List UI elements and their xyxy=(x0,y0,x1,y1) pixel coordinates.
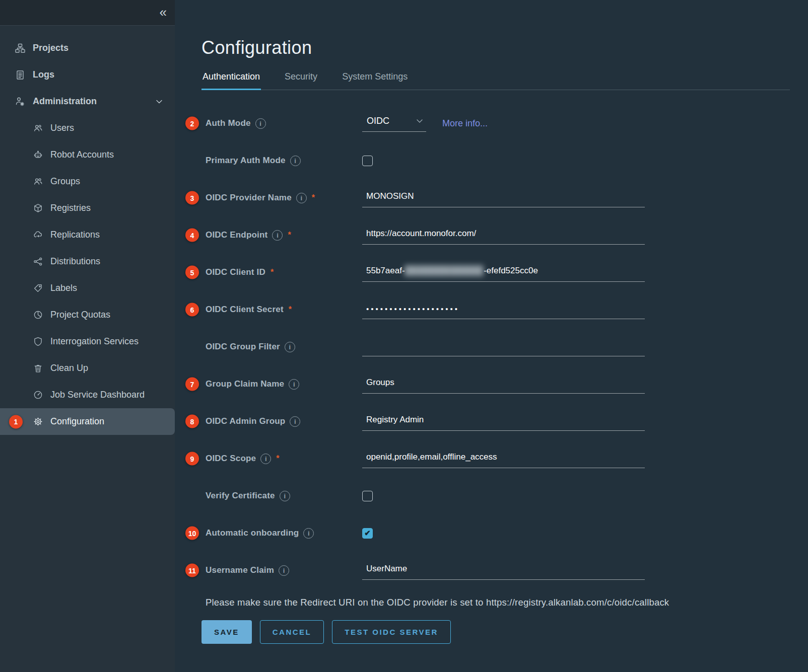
main-content: Configuration Authentication Security Sy… xyxy=(175,0,808,672)
sidebar-item-label: Clean Up xyxy=(50,363,88,374)
verify-certificate-checkbox[interactable] xyxy=(362,491,373,501)
row-oidc-provider-name: 3 OIDC Provider Name i * MONOSIGN xyxy=(201,179,790,216)
oidc-endpoint-value: https://account.monofor.com/ xyxy=(366,229,476,239)
client-id-prefix: 55b7aeaf- xyxy=(366,266,405,276)
sidebar-item-registries[interactable]: Registries xyxy=(0,195,175,221)
tab-system-settings[interactable]: System Settings xyxy=(341,66,409,90)
sidebar-item-label: Project Quotas xyxy=(50,310,110,320)
annotation-badge-8: 8 xyxy=(185,415,199,428)
oidc-client-id-input[interactable]: 55b7aeaf-████████████-efefd525cc0e xyxy=(362,263,645,282)
sidebar-item-distributions[interactable]: Distributions xyxy=(0,248,175,275)
oidc-endpoint-input[interactable]: https://account.monofor.com/ xyxy=(362,226,645,245)
share-icon xyxy=(33,257,43,266)
oidc-group-filter-input[interactable] xyxy=(362,337,645,356)
group-claim-name-value: Groups xyxy=(366,378,394,388)
info-icon[interactable]: i xyxy=(285,342,295,352)
trash-icon xyxy=(33,363,43,373)
auth-mode-select[interactable]: OIDC xyxy=(362,115,426,132)
verify-certificate-label: Verify Certificate xyxy=(206,491,275,501)
primary-auth-mode-checkbox[interactable] xyxy=(362,156,373,166)
row-oidc-endpoint: 4 OIDC Endpoint i * https://account.mono… xyxy=(201,216,790,254)
sidebar-item-users[interactable]: Users xyxy=(0,115,175,141)
oidc-provider-name-value: MONOSIGN xyxy=(366,191,414,201)
sidebar-item-robot-accounts[interactable]: Robot Accounts xyxy=(0,141,175,168)
sidebar-item-replications[interactable]: Replications xyxy=(0,221,175,248)
sidebar-item-label: Users xyxy=(50,123,74,133)
info-icon[interactable]: i xyxy=(303,528,314,539)
automatic-onboarding-label: Automatic onboarding xyxy=(206,528,299,538)
sidebar-item-project-quotas[interactable]: Project Quotas xyxy=(0,302,175,328)
chevron-down-icon[interactable] xyxy=(155,97,164,106)
info-icon[interactable]: i xyxy=(290,156,301,166)
sidebar-item-groups[interactable]: Groups xyxy=(0,168,175,195)
sidebar-item-administration[interactable]: Administration xyxy=(0,88,175,115)
info-icon[interactable]: i xyxy=(296,193,307,203)
sidebar-item-configuration[interactable]: 1 Configuration xyxy=(0,408,175,435)
sidebar-item-label: Projects xyxy=(33,43,69,53)
sidebar: « Projects Logs Administration xyxy=(0,0,175,672)
info-icon[interactable]: i xyxy=(279,565,289,576)
annotation-badge-2: 2 xyxy=(185,117,199,130)
save-button[interactable]: SAVE xyxy=(201,620,252,644)
auth-mode-label: Auth Mode xyxy=(206,118,251,128)
tag-icon xyxy=(33,283,43,293)
row-oidc-client-id: 5 OIDC Client ID * 55b7aeaf-████████████… xyxy=(201,254,790,291)
sidebar-item-projects[interactable]: Projects xyxy=(0,35,175,61)
sidebar-item-label: Registries xyxy=(50,203,91,213)
oidc-scope-label: OIDC Scope xyxy=(206,454,256,464)
sidebar-item-logs[interactable]: Logs xyxy=(0,61,175,88)
info-icon[interactable]: i xyxy=(260,454,271,464)
sidebar-nav: Projects Logs Administration Users xyxy=(0,26,175,435)
cancel-button[interactable]: CANCEL xyxy=(260,620,324,644)
annotation-badge-6: 6 xyxy=(185,303,199,317)
info-icon[interactable]: i xyxy=(289,379,299,390)
org-chart-icon xyxy=(15,43,25,53)
required-asterisk: * xyxy=(289,305,292,314)
info-icon[interactable]: i xyxy=(255,118,266,129)
oidc-client-secret-label: OIDC Client Secret xyxy=(206,305,284,315)
redirect-uri-note: Please make sure the Redirect URI on the… xyxy=(206,597,790,608)
oidc-provider-name-input[interactable]: MONOSIGN xyxy=(362,188,645,207)
oidc-scope-value: openid,profile,email,offline_access xyxy=(366,452,497,462)
shield-icon xyxy=(33,337,43,346)
sidebar-item-label: Logs xyxy=(33,69,54,80)
sidebar-item-labels[interactable]: Labels xyxy=(0,275,175,302)
annotation-badge-1: 1 xyxy=(9,415,23,428)
annotation-badge-3: 3 xyxy=(185,191,199,205)
oidc-client-secret-input[interactable]: •••••••••••••••••••• xyxy=(362,300,645,319)
tab-authentication[interactable]: Authentication xyxy=(201,66,261,90)
sidebar-item-interrogation-services[interactable]: Interrogation Services xyxy=(0,328,175,355)
oidc-endpoint-label: OIDC Endpoint xyxy=(206,230,267,240)
info-icon[interactable]: i xyxy=(290,416,300,427)
automatic-onboarding-checkbox[interactable]: ✔ xyxy=(362,528,373,539)
oidc-admin-group-input[interactable]: Registry Admin xyxy=(362,412,645,431)
gauge-icon xyxy=(33,390,43,400)
row-verify-certificate: Verify Certificate i xyxy=(201,477,790,514)
info-icon[interactable]: i xyxy=(272,230,283,241)
annotation-badge-7: 7 xyxy=(185,378,199,391)
tab-security[interactable]: Security xyxy=(284,66,318,90)
row-auth-mode: 2 Auth Mode i OIDC More info... xyxy=(201,105,790,142)
oidc-provider-name-label: OIDC Provider Name xyxy=(206,193,292,203)
more-info-link[interactable]: More info... xyxy=(442,118,488,129)
sidebar-item-label: Robot Accounts xyxy=(50,150,114,160)
tab-bar: Authentication Security System Settings xyxy=(201,66,790,90)
auth-mode-value: OIDC xyxy=(367,116,389,126)
sidebar-item-label: Administration xyxy=(33,96,97,107)
page-title: Configuration xyxy=(201,37,790,58)
test-oidc-server-button[interactable]: TEST OIDC SERVER xyxy=(332,620,451,644)
sidebar-item-label: Interrogation Services xyxy=(50,336,139,347)
sidebar-item-job-service-dashboard[interactable]: Job Service Dashboard xyxy=(0,382,175,408)
client-id-suffix: -efefd525cc0e xyxy=(484,266,538,276)
group-claim-name-label: Group Claim Name xyxy=(206,379,284,389)
username-claim-input[interactable]: UserName xyxy=(362,561,645,580)
collapse-sidebar-icon[interactable]: « xyxy=(160,3,167,21)
group-claim-name-input[interactable]: Groups xyxy=(362,375,645,394)
row-oidc-client-secret: 6 OIDC Client Secret * •••••••••••••••••… xyxy=(201,291,790,328)
cloud-sync-icon xyxy=(33,230,43,240)
sidebar-item-clean-up[interactable]: Clean Up xyxy=(0,355,175,382)
info-icon[interactable]: i xyxy=(280,491,290,501)
primary-auth-mode-label: Primary Auth Mode xyxy=(206,156,286,166)
oidc-scope-input[interactable]: openid,profile,email,offline_access xyxy=(362,449,645,468)
admin-user-gear-icon xyxy=(15,97,25,107)
